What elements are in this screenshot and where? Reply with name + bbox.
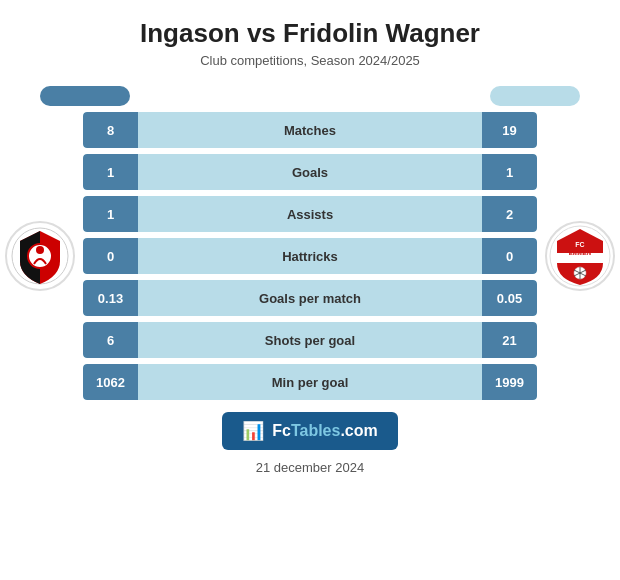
svg-text:FC: FC [575, 241, 584, 248]
left-team-logo [5, 221, 75, 291]
fctables-icon: 📊 [242, 420, 264, 442]
right-team-crest-svg: FC EMMEN 1925 [549, 225, 611, 287]
stat-right-value: 19 [482, 112, 537, 148]
stat-label: Goals [138, 165, 482, 180]
stat-left-value: 1 [83, 196, 138, 232]
stat-left-value: 1 [83, 154, 138, 190]
top-right-bar [490, 86, 580, 106]
stat-left-value: 0 [83, 238, 138, 274]
stat-label: Shots per goal [138, 333, 482, 348]
stat-left-value: 1062 [83, 364, 138, 400]
right-team-logo: FC EMMEN 1925 [545, 221, 615, 291]
stat-right-value: 2 [482, 196, 537, 232]
stat-right-value: 0.05 [482, 280, 537, 316]
stat-row: 1Goals1 [83, 154, 537, 190]
stat-right-value: 1 [482, 154, 537, 190]
stat-label: Matches [138, 123, 482, 138]
page-title: Ingason vs Fridolin Wagner [140, 18, 480, 49]
stat-row: 0Hattricks0 [83, 238, 537, 274]
page-subtitle: Club competitions, Season 2024/2025 [200, 53, 420, 68]
stat-right-value: 0 [482, 238, 537, 274]
stat-left-value: 8 [83, 112, 138, 148]
svg-text:EMMEN: EMMEN [569, 250, 591, 256]
stat-left-value: 6 [83, 322, 138, 358]
stat-right-value: 21 [482, 322, 537, 358]
stat-row: 0.13Goals per match0.05 [83, 280, 537, 316]
fctables-text: FcTables.com [272, 422, 378, 440]
comparison-row: 8Matches191Goals11Assists20Hattricks00.1… [5, 112, 615, 400]
stat-row: 6Shots per goal21 [83, 322, 537, 358]
stat-label: Hattricks [138, 249, 482, 264]
stat-row: 1062Min per goal1999 [83, 364, 537, 400]
stat-label: Assists [138, 207, 482, 222]
svg-text:1925: 1925 [574, 258, 585, 264]
top-left-bar [40, 86, 130, 106]
stats-block: 8Matches191Goals11Assists20Hattricks00.1… [83, 112, 537, 400]
fctables-banner[interactable]: 📊 FcTables.com [222, 412, 398, 450]
stat-label: Goals per match [138, 291, 482, 306]
stat-left-value: 0.13 [83, 280, 138, 316]
stat-right-value: 1999 [482, 364, 537, 400]
svg-point-2 [36, 246, 44, 254]
stat-label: Min per goal [138, 375, 482, 390]
footer-date: 21 december 2024 [256, 460, 364, 475]
stat-row: 1Assists2 [83, 196, 537, 232]
page-wrapper: Ingason vs Fridolin Wagner Club competit… [0, 0, 620, 580]
stat-row: 8Matches19 [83, 112, 537, 148]
left-team-crest-svg [10, 226, 70, 286]
